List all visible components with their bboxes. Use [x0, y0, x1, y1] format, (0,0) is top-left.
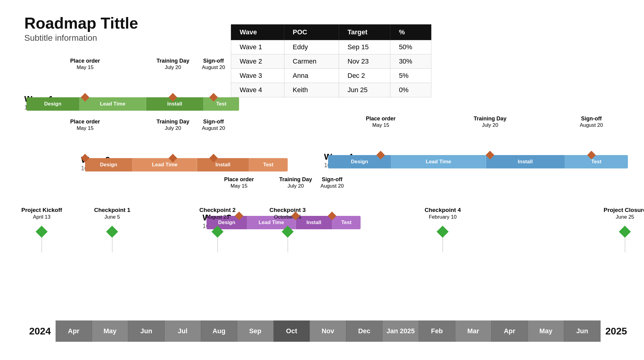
wave-2-seg-2: Install	[197, 158, 249, 171]
wave-1-bar: DesignLead TimeInstallTest	[26, 97, 239, 111]
wave-4-bar: DesignLead TimeInstallTest	[328, 155, 628, 168]
wave-2-seg-1: Lead Time	[132, 158, 197, 171]
main-title: Roadmap Tittle	[24, 15, 138, 32]
wave-1-ms-label-1: Training DayJuly 20	[156, 58, 189, 71]
checkpoint-label-4: Checkpoint 4February 10	[425, 207, 461, 220]
timeline-axis: 2024 AprMayJunJulAugSepOctNovDecJan 2025…	[24, 320, 632, 342]
month-cell: Jan 2025	[382, 320, 419, 342]
checkpoint-line-2	[218, 231, 218, 252]
wave-2-bar: DesignLead TimeInstallTest	[85, 158, 288, 171]
month-cell: Jun	[564, 320, 601, 342]
checkpoint-line-3	[288, 231, 288, 252]
col-percent: %	[390, 25, 431, 40]
month-cell: Oct	[274, 320, 310, 342]
roadmap-area: 2024 AprMayJunJulAugSepOctNovDecJan 2025…	[0, 58, 644, 342]
checkpoint-label-5: Project ClosureJune 25	[604, 207, 644, 220]
month-cell: Feb	[419, 320, 455, 342]
wave-1-ms-label-2: Sign-offAugust 20	[202, 58, 225, 71]
month-cell: Apr	[56, 320, 92, 342]
month-cell: Nov	[310, 320, 346, 342]
gantt-area: Wave 116 weeksDesignLead TimeInstallTest…	[24, 58, 632, 320]
month-cell: Mar	[455, 320, 492, 342]
wave-3-ms-label-2: Sign-offAugust 20	[320, 176, 344, 189]
col-poc: POC	[284, 25, 339, 40]
month-cell: Aug	[201, 320, 238, 342]
wave-4-ms-label-0: Place orderMay 15	[366, 116, 396, 128]
month-cell: Dec	[346, 320, 383, 342]
month-cell: Sep	[237, 320, 274, 342]
wave-4-ms-label-1: Training DayJuly 20	[474, 116, 506, 128]
wave-3-ms-label-0: Place orderMay 15	[224, 176, 254, 189]
checkpoint-line-5	[625, 231, 625, 252]
wave-3-ms-label-1: Training DayJuly 20	[279, 176, 312, 189]
checkpoint-line-0	[42, 231, 42, 252]
checkpoint-diamond-5	[619, 226, 631, 238]
wave-3-seg-3: Test	[332, 216, 361, 229]
year-end: 2025	[601, 326, 632, 337]
checkpoint-line-4	[443, 231, 443, 252]
wave-1-seg-1: Lead Time	[80, 97, 146, 111]
wave-4-seg-3: Test	[565, 155, 628, 168]
wave-2-ms-label-1: Training DayJuly 20	[156, 119, 189, 131]
month-cell: Jul	[165, 320, 201, 342]
subtitle: Subtitle information	[24, 33, 138, 43]
wave-2-seg-0: Design	[85, 158, 132, 171]
checkpoint-diamond-4	[437, 226, 449, 238]
checkpoint-line-1	[112, 231, 112, 252]
month-cell: Jun	[128, 320, 165, 342]
wave-4-seg-2: Install	[486, 155, 565, 168]
checkpoint-label-1: Checkpoint 1June 5	[94, 207, 130, 220]
month-cell: May	[528, 320, 564, 342]
col-wave: Wave	[231, 25, 284, 40]
wave-4-seg-1: Lead Time	[391, 155, 486, 168]
wave-3-bar: DesignLead TimeInstallTest	[207, 216, 361, 229]
month-cell: May	[92, 320, 128, 342]
wave-4-ms-label-2: Sign-offAugust 20	[580, 116, 603, 128]
wave-3-seg-2: Install	[296, 216, 332, 229]
title-area: Roadmap Tittle Subtitle information	[24, 15, 138, 43]
month-cells: AprMayJunJulAugSepOctNovDecJan 2025FebMa…	[56, 320, 601, 342]
wave-3-seg-1: Lead Time	[247, 216, 296, 229]
checkpoint-diamond-0	[36, 226, 48, 238]
year-start: 2024	[24, 326, 56, 337]
wave-2-seg-3: Test	[249, 158, 288, 171]
wave-1-seg-3: Test	[204, 97, 239, 111]
checkpoint-label-0: Project KickoffApril 13	[21, 207, 62, 220]
month-cell: Apr	[492, 320, 528, 342]
wave-2-ms-label-2: Sign-offAugust 20	[202, 119, 225, 131]
checkpoint-diamond-1	[106, 226, 118, 238]
wave-1-ms-label-0: Place orderMay 15	[70, 58, 100, 71]
wave-2-ms-label-0: Place orderMay 15	[70, 119, 100, 131]
wave-1-seg-0: Design	[26, 97, 80, 111]
col-target: Target	[339, 25, 390, 40]
